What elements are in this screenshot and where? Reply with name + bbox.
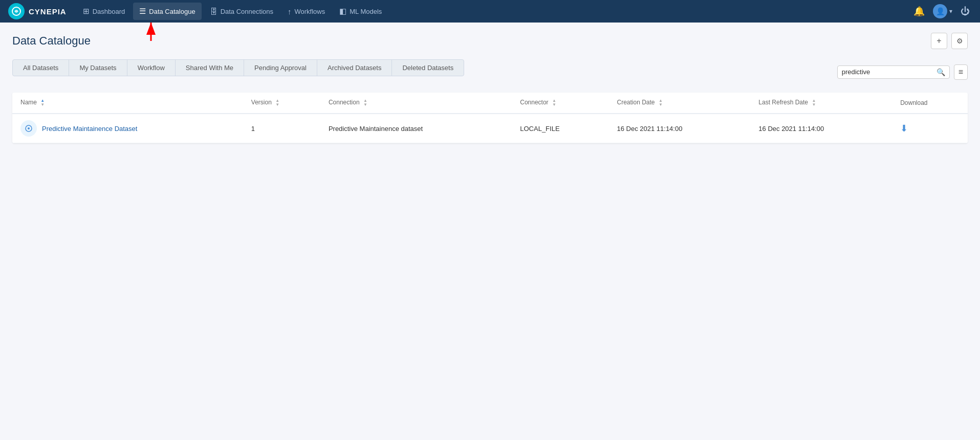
dashboard-icon: ⊞	[83, 7, 90, 16]
col-creation-date[interactable]: Creation Date ▲ ▼	[608, 93, 750, 114]
notification-icon[interactable]: 🔔	[911, 4, 927, 19]
nav-data-catalogue[interactable]: ☰ Data Catalogue	[133, 3, 201, 20]
cell-connector: LOCAL_FILE	[512, 114, 608, 143]
workflows-icon: ↑	[288, 7, 292, 16]
filter-icon: ≡	[959, 68, 963, 76]
tab-workflow[interactable]: Workflow	[127, 59, 176, 76]
nav-dashboard[interactable]: ⊞ Dashboard	[77, 3, 132, 20]
search-input[interactable]	[842, 68, 933, 76]
table-row: Predictive Maintainence Dataset 1 Predic…	[12, 114, 968, 143]
col-last-refresh[interactable]: Last Refresh Date ▲ ▼	[750, 93, 892, 114]
nav-ml-models[interactable]: ◧ ML Models	[333, 3, 388, 20]
dataset-icon	[20, 120, 37, 137]
data-catalogue-icon: ☰	[139, 7, 146, 16]
tab-shared-with-me[interactable]: Shared With Me	[175, 59, 244, 76]
svg-point-4	[28, 127, 30, 129]
download-icon: ⬇	[900, 123, 908, 134]
cell-last-refresh: 16 Dec 2021 11:14:00	[750, 114, 892, 143]
user-dropdown-arrow: ▾	[949, 8, 952, 15]
sort-icons-refresh: ▲ ▼	[812, 99, 816, 107]
avatar: 👤	[933, 4, 947, 18]
search-icon[interactable]: 🔍	[937, 68, 945, 76]
download-button[interactable]: ⬇	[900, 123, 908, 134]
col-version[interactable]: Version ▲ ▼	[243, 93, 320, 114]
sort-icons-creation: ▲ ▼	[659, 99, 663, 107]
tab-my-datasets[interactable]: My Datasets	[69, 59, 127, 76]
table-header-row: Name ▲ ▼ Version ▲ ▼ Con	[12, 93, 968, 114]
tab-pending-approval[interactable]: Pending Approval	[244, 59, 317, 76]
tab-archived-datasets[interactable]: Archived Datasets	[317, 59, 393, 76]
col-name[interactable]: Name ▲ ▼	[12, 93, 243, 114]
sort-icons-connection: ▲ ▼	[363, 99, 367, 107]
navbar: CYNEPIA ⊞ Dashboard ☰ Data Catalogue 🗄 D…	[0, 0, 980, 23]
search-filter-area: 🔍 ≡	[837, 64, 968, 80]
brand-name: CYNEPIA	[29, 7, 67, 16]
col-connector[interactable]: Connector ▲ ▼	[512, 93, 608, 114]
tabs-search-row: All Datasets My Datasets Workflow Shared…	[12, 59, 968, 84]
settings-icon: ⚙	[956, 37, 963, 45]
sort-icons-name: ▲ ▼	[40, 99, 45, 107]
sort-icons-version: ▲ ▼	[275, 99, 279, 107]
navbar-right: 🔔 👤 ▾ ⏻	[911, 4, 972, 19]
datasets-table: Name ▲ ▼ Version ▲ ▼ Con	[12, 93, 968, 143]
cell-download: ⬇	[892, 114, 968, 143]
brand[interactable]: CYNEPIA	[8, 3, 67, 19]
page-header-actions: + ⚙	[931, 33, 968, 49]
settings-button[interactable]: ⚙	[951, 33, 968, 49]
ml-models-icon: ◧	[339, 7, 346, 16]
filter-button[interactable]: ≡	[954, 64, 968, 80]
tabs-container: All Datasets My Datasets Workflow Shared…	[12, 59, 464, 76]
page-header: Data Catalogue + ⚙	[12, 33, 968, 49]
search-box: 🔍	[837, 65, 950, 79]
sort-icons-connector: ▲ ▼	[552, 99, 556, 107]
cell-name: Predictive Maintainence Dataset	[12, 114, 243, 143]
brand-logo	[8, 3, 25, 19]
power-icon[interactable]: ⏻	[959, 4, 972, 19]
col-download: Download	[892, 93, 968, 114]
cell-creation-date: 16 Dec 2021 11:14:00	[608, 114, 750, 143]
user-menu[interactable]: 👤 ▾	[933, 4, 952, 18]
page-title: Data Catalogue	[12, 34, 91, 48]
add-dataset-button[interactable]: +	[931, 33, 947, 49]
tab-deleted-datasets[interactable]: Deleted Datasets	[391, 59, 464, 76]
name-cell: Predictive Maintainence Dataset	[20, 120, 235, 137]
cell-version: 1	[243, 114, 320, 143]
nav-workflows[interactable]: ↑ Workflows	[281, 3, 331, 20]
tab-all-datasets[interactable]: All Datasets	[12, 59, 69, 76]
cell-connection: Predictive Maintainence dataset	[320, 114, 512, 143]
page-content: Data Catalogue + ⚙ All Datasets My Datas…	[0, 23, 980, 440]
data-connections-icon: 🗄	[210, 7, 217, 16]
nav-data-connections[interactable]: 🗄 Data Connections	[204, 3, 279, 20]
col-connection[interactable]: Connection ▲ ▼	[320, 93, 512, 114]
